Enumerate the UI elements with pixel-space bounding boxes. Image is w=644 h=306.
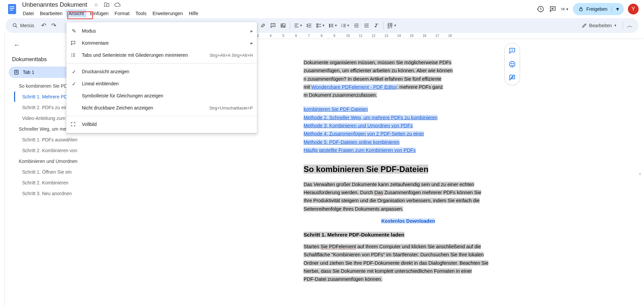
check-icon: ✓ (70, 69, 77, 75)
clear-formatting-button[interactable] (372, 21, 381, 30)
share-chevron-icon[interactable]: ▼ (611, 6, 620, 12)
outline-item[interactable]: Schritt 1. Öffnen Sie ein (14, 167, 89, 177)
redo-button[interactable]: ↷ (49, 21, 58, 30)
pencil-icon: ✎ (70, 28, 77, 34)
menu-bearbeiten[interactable]: Bearbeiten (37, 9, 65, 17)
svg-rect-9 (317, 24, 318, 25)
star-icon[interactable]: ☆ (92, 1, 100, 9)
comment-float-bar (504, 43, 520, 85)
menu-einfuegen[interactable]: Einfügen (87, 9, 111, 17)
dd-vollbild[interactable]: Vollbild (66, 118, 257, 130)
comment-icon (70, 40, 77, 46)
menu-erweiterungen[interactable]: Erweiterungen (150, 9, 185, 17)
menu-tools[interactable]: Tools (133, 9, 149, 17)
fullscreen-icon (70, 122, 77, 127)
ansicht-dropdown: ✎ Modus ▸ Kommentare ▸ Tabs und Seitenle… (66, 22, 257, 133)
numbered-list-button[interactable]: 123▼ (339, 21, 351, 30)
svg-point-13 (329, 27, 330, 27)
svg-point-12 (329, 25, 330, 26)
dd-nichtdruckbar[interactable]: Nicht druckbare Zeichen anzeigen Strg+Um… (66, 102, 257, 114)
check-icon: ✓ (70, 81, 77, 87)
svg-point-20 (513, 63, 514, 64)
svg-rect-2 (10, 8, 14, 9)
dd-druckansicht[interactable]: ✓ Druckansicht anzeigen (66, 65, 257, 78)
svg-rect-7 (281, 24, 285, 28)
dd-modus[interactable]: ✎ Modus ▸ (66, 25, 257, 37)
method-link[interactable]: Häufig gestellte Fragen zum Kombinieren … (304, 147, 416, 153)
outline-item[interactable]: Schritt 1. PDFs auswählen (14, 134, 89, 145)
side-panel-toggle[interactable]: ‹ (636, 170, 644, 178)
svg-point-11 (329, 24, 330, 25)
move-icon[interactable] (103, 1, 111, 9)
method-link[interactable]: Methode 3: Kombinieren und Umordnen von … (304, 123, 413, 128)
svg-point-19 (511, 63, 512, 64)
method-link[interactable]: Methode 5: PDF-Dateien online kombiniere… (304, 139, 399, 145)
add-emoji-float[interactable] (506, 58, 518, 70)
svg-rect-3 (10, 10, 13, 10)
link-button[interactable] (258, 21, 268, 30)
svg-rect-1 (10, 6, 14, 7)
svg-rect-4 (561, 8, 564, 10)
svg-rect-10 (317, 26, 318, 28)
dd-gleichungen[interactable]: Symbolleiste für Gleichungen anzeigen (66, 90, 257, 102)
avatar[interactable]: Y (628, 4, 639, 14)
svg-point-18 (509, 61, 515, 67)
outline-item[interactable]: Kombinieren und Umordnen (14, 156, 89, 167)
pdfelement-link[interactable]: Wondershare PDFelement - PDF Editor (311, 84, 396, 90)
outline-item[interactable]: Schritt 3. Neu anordnen (14, 188, 89, 199)
cloud-status-icon[interactable] (113, 1, 121, 9)
method-link[interactable]: kombinieren Sie PDF-Dateien (304, 106, 368, 112)
checklist-button[interactable]: ▼ (315, 21, 326, 30)
tab-label: Tab 1 (23, 70, 34, 75)
collapse-toolbar-button[interactable]: ︿ (625, 21, 635, 30)
outline-item[interactable]: Schritt 2. Kombinieren von (14, 145, 89, 156)
undo-button[interactable]: ↶ (39, 21, 48, 30)
share-button[interactable]: Freigeben ▼ (573, 3, 624, 15)
method-link[interactable]: Methode 2. Schneller Weg, um mehrere PDF… (304, 115, 437, 120)
bullet-list-button[interactable]: ▼ (327, 21, 339, 30)
download-link[interactable]: Kostenlos Downloaden (381, 218, 435, 224)
edit-mode-button[interactable]: Bearbeiten ▼ (579, 21, 621, 30)
svg-rect-5 (580, 9, 582, 11)
meet-icon[interactable]: ▼ (561, 5, 569, 13)
menu-datei[interactable]: Datei (20, 9, 37, 17)
input-tools-button[interactable]: 拼▼ (386, 21, 398, 30)
edit-mode-label: Bearbeiten (589, 23, 612, 28)
search-menus[interactable]: Menüs (9, 21, 38, 30)
svg-rect-0 (8, 4, 16, 14)
menu-hilfe[interactable]: Hilfe (186, 9, 201, 17)
dd-tabs-outline[interactable]: Tabs und Seitenleiste mit Gliederungen m… (66, 49, 257, 61)
svg-text:3: 3 (341, 26, 342, 28)
insert-image-button[interactable] (278, 21, 288, 30)
back-button[interactable]: ← (11, 39, 23, 51)
outline-item[interactable]: Schritt 2. Kombinieren (14, 177, 89, 188)
indent-increase-button[interactable] (362, 21, 371, 30)
indent-decrease-button[interactable] (352, 21, 361, 30)
outline-icon (70, 52, 77, 58)
docs-logo[interactable] (5, 2, 19, 16)
line-spacing-button[interactable] (305, 21, 314, 30)
dd-kommentare[interactable]: Kommentare ▸ (66, 37, 257, 49)
dd-lineal[interactable]: ✓ Lineal einblenden (66, 78, 257, 90)
align-button[interactable]: ▼ (292, 21, 304, 30)
share-label: Freigeben (586, 6, 607, 12)
vertical-ruler (0, 33, 5, 306)
comments-icon[interactable] (549, 5, 557, 13)
document-page[interactable]: Dokumente organisieren müssen, müssen Si… (271, 39, 545, 306)
menu-bar: Datei Bearbeiten Ansicht Einfügen Format… (20, 9, 201, 17)
add-comment-button[interactable] (268, 21, 278, 30)
submenu-icon: ▸ (251, 28, 253, 34)
history-icon[interactable] (537, 5, 545, 13)
menu-format[interactable]: Format (112, 9, 132, 17)
submenu-icon: ▸ (251, 40, 253, 46)
doc-title[interactable]: Unbenanntes Dokument (20, 1, 89, 9)
suggest-edit-float[interactable] (506, 72, 518, 84)
method-link[interactable]: Methode 4: Zusammenfügen von 2 PDF-Seite… (304, 131, 424, 136)
search-label: Menüs (20, 23, 34, 28)
add-comment-float[interactable] (506, 45, 518, 57)
menu-ansicht[interactable]: Ansicht (66, 9, 87, 17)
svg-point-6 (13, 24, 16, 27)
